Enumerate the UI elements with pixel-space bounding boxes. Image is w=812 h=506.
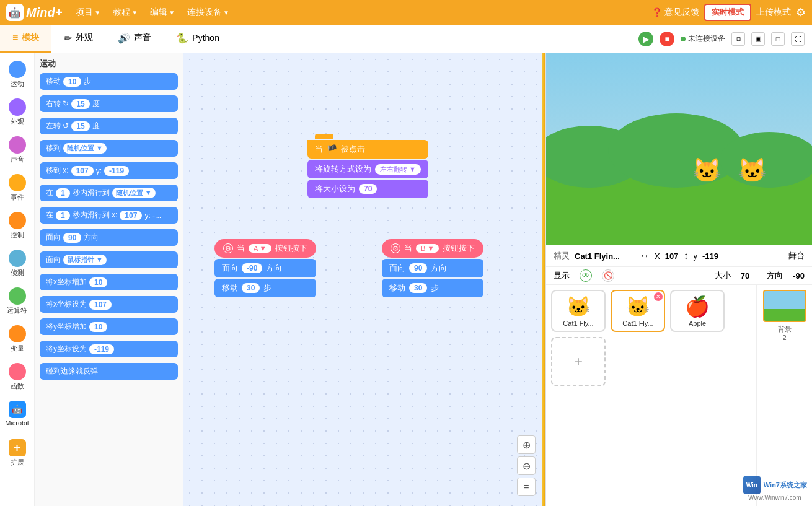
category-microbit[interactable]: 🤖 Microbit xyxy=(0,396,34,432)
block-move[interactable]: 移动 10 步 xyxy=(40,73,178,90)
realtime-mode-button[interactable]: 实时模式 xyxy=(704,4,751,21)
menu-edit-arrow: ▼ xyxy=(169,9,175,16)
category-sensing[interactable]: 侦测 xyxy=(0,245,34,282)
sprite-cat2-img: 🐱 xyxy=(625,295,650,318)
show-eye-on[interactable]: 👁 xyxy=(580,269,592,282)
block-move-30-b[interactable]: 移动 30 步 xyxy=(382,279,483,297)
sprite-card-apple[interactable]: 🍎 Apple xyxy=(670,290,725,332)
sound-dot xyxy=(9,136,26,154)
category-motion[interactable]: 运动 xyxy=(0,56,34,94)
upload-mode-button[interactable]: 上传模式 xyxy=(756,7,791,18)
tab-blocks[interactable]: ≡ 模块 xyxy=(0,25,51,53)
display-row: 显示 👁 🚫 大小 70 方向 -90 xyxy=(546,267,812,285)
block-turn-right-val: 15 xyxy=(71,99,89,109)
layout-btn-1[interactable]: ⧉ xyxy=(731,32,745,46)
category-variables[interactable]: 变量 xyxy=(0,320,34,358)
category-sound[interactable]: 声音 xyxy=(0,131,34,169)
sprite-cat1-img: 🐱 xyxy=(566,295,591,318)
layout-btn-2[interactable]: ▣ xyxy=(751,32,765,46)
block-face-dir-val: 90 xyxy=(63,233,81,243)
category-functions[interactable]: 函数 xyxy=(0,358,34,396)
tab-sound[interactable]: 🔊 声音 xyxy=(105,25,164,53)
logo-icon: 🤖 xyxy=(6,4,24,21)
motion-label: 运动 xyxy=(11,79,24,89)
block-face-mouse-dropdown[interactable]: 鼠标指针 ▼ xyxy=(63,255,107,265)
coding-right-divider xyxy=(542,53,545,506)
y-label: y xyxy=(693,251,697,261)
zoom-fit-btn[interactable]: = xyxy=(517,478,536,496)
tab-costume[interactable]: ✏ 外观 xyxy=(51,25,105,53)
zoom-in-btn[interactable]: ⊕ xyxy=(517,435,536,454)
settings-icon[interactable]: ⚙ xyxy=(796,6,806,19)
block-btn-a-dropdown[interactable]: A ▼ xyxy=(249,244,271,253)
show-eye-off[interactable]: 🚫 xyxy=(602,269,614,282)
block-glide-x: 107 xyxy=(120,211,142,220)
block-face-90[interactable]: 面向 90 方向 xyxy=(382,259,483,277)
block-turn-left[interactable]: 左转 ↺ 15 度 xyxy=(40,118,178,134)
block-btn-b-dropdown[interactable]: B ▼ xyxy=(416,244,439,253)
tab-python[interactable]: 🐍 Python xyxy=(164,25,232,53)
blocks-scroll: 运动 移动 10 步 右转 ↻ 15 度 左转 ↺ 15 度 移到 随机位置 ▼ xyxy=(40,58,178,501)
category-events[interactable]: 事件 xyxy=(0,169,34,207)
zoom-out-btn[interactable]: ⊖ xyxy=(517,456,536,475)
costume-icon: ✏ xyxy=(64,32,72,44)
coding-area[interactable]: 当 🏴 被点击 将旋转方式设为 左右翻转 ▼ 将大小设为 70 ⚙ 当 A ▼ … xyxy=(183,53,545,506)
menu-project[interactable]: 项目 ▼ xyxy=(72,4,104,20)
size-value: 70 xyxy=(741,271,749,281)
block-move-30-a[interactable]: 移动 30 步 xyxy=(214,279,316,297)
menu-tutorial[interactable]: 教程 ▼ xyxy=(109,4,141,20)
device-status: 未连接设备 xyxy=(681,33,725,44)
category-control[interactable]: 控制 xyxy=(0,207,34,245)
block-glide-xy[interactable]: 在 1 秒内滑行到 x: 107 y: -... xyxy=(40,207,178,224)
stop-btn[interactable]: ■ xyxy=(660,32,674,46)
category-operators[interactable]: 运算符 xyxy=(0,282,34,320)
sensing-label: 侦测 xyxy=(11,268,24,277)
green-flag-btn[interactable]: ▶ xyxy=(638,32,653,46)
block-when-a[interactable]: ⚙ 当 A ▼ 按钮按下 xyxy=(214,239,316,258)
block-change-y[interactable]: 将y坐标增加 10 xyxy=(40,318,178,335)
sensing-dot xyxy=(9,250,26,267)
microbit-label: Microbit xyxy=(5,419,29,427)
motion-dot xyxy=(9,61,26,78)
block-move-30-b-val: 30 xyxy=(409,283,427,293)
block-glide-random-dropdown[interactable]: 随机位置 ▼ xyxy=(112,188,156,198)
menu-connect-arrow: ▼ xyxy=(223,9,229,16)
block-move-30-a-val: 30 xyxy=(242,283,260,293)
block-when-b[interactable]: ⚙ 当 B ▼ 按钮按下 xyxy=(382,239,483,258)
category-appearance[interactable]: 外观 xyxy=(0,94,34,131)
operators-dot xyxy=(9,287,26,305)
block-face-neg90[interactable]: 面向 -90 方向 xyxy=(214,259,316,277)
block-goto-random[interactable]: 移到 随机位置 ▼ xyxy=(40,140,178,157)
fullscreen-btn[interactable]: ⛶ xyxy=(791,32,805,46)
sprite-apple-name: Apple xyxy=(689,320,706,327)
sprite-card-cat1[interactable]: 🐱 Cat1 Fly... xyxy=(551,290,606,332)
block-set-x[interactable]: 将x坐标设为 107 xyxy=(40,296,178,313)
block-glide-random[interactable]: 在 1 秒内滑行到 随机位置 ▼ xyxy=(40,185,178,201)
sprite-card-cat2[interactable]: ✕ 🐱 Cat1 Fly... xyxy=(611,290,665,332)
feedback-button[interactable]: ❓ 意见反馈 xyxy=(651,7,699,18)
block-flag-click[interactable]: 当 🏴 被点击 xyxy=(307,140,428,159)
menu-edit[interactable]: 编辑 ▼ xyxy=(146,4,179,20)
menu-connect[interactable]: 连接设备 ▼ xyxy=(183,4,233,20)
sprite-cat2-delete[interactable]: ✕ xyxy=(654,292,663,301)
layout-btn-3[interactable]: □ xyxy=(771,32,785,46)
block-goto-xy[interactable]: 移到 x: 107 y: -119 xyxy=(40,162,178,179)
block-change-x[interactable]: 将x坐标增加 10 xyxy=(40,274,178,290)
block-set-y[interactable]: 将y坐标设为 -119 xyxy=(40,341,178,357)
microbit-icon: 🤖 xyxy=(9,401,26,418)
block-glide-sec2: 1 xyxy=(56,211,70,220)
block-set-rotation[interactable]: 将旋转方式设为 左右翻转 ▼ xyxy=(307,160,428,178)
block-rotation-dropdown[interactable]: 左右翻转 ▼ xyxy=(375,164,421,175)
block-face-direction[interactable]: 面向 90 方向 xyxy=(40,229,178,246)
block-face-mouse[interactable]: 面向 鼠标指针 ▼ xyxy=(40,251,178,268)
add-sprite-btn[interactable]: + xyxy=(551,337,606,386)
block-goto-random-dropdown[interactable]: 随机位置 ▼ xyxy=(63,143,107,154)
stage-thumbnail[interactable] xyxy=(763,290,806,322)
block-turn-right[interactable]: 右转 ↻ 15 度 xyxy=(40,95,178,112)
block-set-size[interactable]: 将大小设为 70 xyxy=(307,180,428,198)
sprites-list-area: 🐱 Cat1 Fly... ✕ 🐱 Cat1 Fly... 🍎 Apple + xyxy=(546,285,812,506)
block-bounce[interactable]: 碰到边缘就反弹 xyxy=(40,363,178,380)
stage-sprite-cat1: 🐱 xyxy=(692,157,722,184)
expand-button[interactable]: + 扩展 xyxy=(0,434,34,472)
watermark-url: Www.Winwin7.com xyxy=(748,494,801,501)
